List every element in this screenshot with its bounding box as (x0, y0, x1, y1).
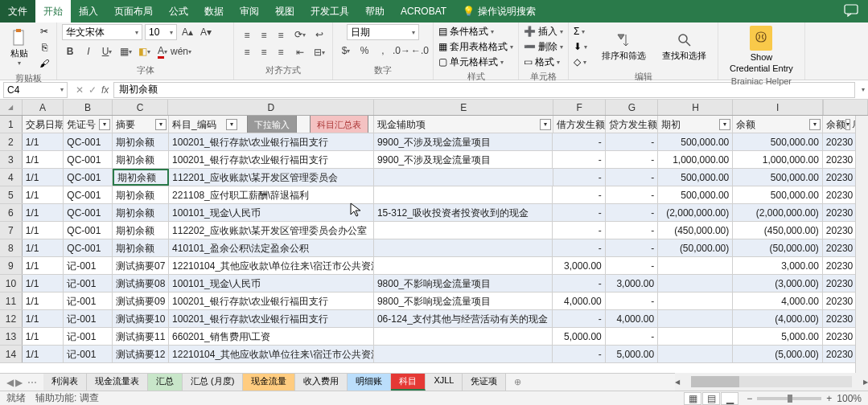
cell[interactable]: 500,000.00 (658, 169, 733, 186)
cell[interactable]: 5,000.00 (733, 328, 823, 345)
cell[interactable]: 4,000.00 (553, 292, 605, 309)
cell[interactable]: 1/1 (23, 239, 64, 256)
cell[interactable]: (2,000,000.00) (733, 204, 823, 221)
cell[interactable]: - (553, 151, 605, 168)
menu-formula[interactable]: 公式 (161, 0, 196, 22)
cell[interactable]: 1/1 (23, 186, 64, 203)
cell[interactable] (658, 257, 733, 274)
menu-data[interactable]: 数据 (196, 0, 232, 22)
cell[interactable]: 112201_应收账款\某开发区管理委员会 (169, 169, 374, 186)
cell[interactable] (374, 222, 553, 239)
underline-button[interactable]: U▾ (99, 43, 115, 59)
clear-button[interactable]: ◇▾ (574, 55, 587, 69)
col-header-F[interactable]: F (553, 100, 606, 115)
menu-view[interactable]: 视图 (267, 0, 302, 22)
cell[interactable]: 3,000.00 (733, 257, 823, 274)
cell[interactable]: 记-001 (64, 275, 113, 292)
cell[interactable]: 500,000.00 (733, 133, 823, 150)
menu-layout[interactable]: 页面布局 (106, 0, 161, 22)
cell[interactable]: 4,000.00 (606, 310, 658, 327)
menu-review[interactable]: 审阅 (232, 0, 267, 22)
row-header-2[interactable]: 2 (0, 133, 23, 150)
cell[interactable]: - (553, 222, 605, 239)
cell[interactable]: 100201_银行存款\农业银行福田支行 (169, 292, 374, 309)
cell[interactable]: 记-001 (64, 310, 113, 327)
cell[interactable]: 112202_应收账款\某开发区管理委员会办公室 (169, 222, 374, 239)
increase-decimal-button[interactable]: .0→ (393, 43, 409, 59)
cell[interactable]: 1/1 (23, 328, 64, 345)
cell[interactable]: (3,000.00) (733, 275, 823, 292)
cell[interactable]: - (553, 204, 605, 221)
cell[interactable] (374, 346, 553, 362)
cell[interactable]: 期初余额 (113, 169, 169, 186)
cell[interactable]: 12210104_其他应收款\单位往来\宿迁市公共资源交易中心 (169, 257, 374, 274)
cell[interactable]: 记-001 (64, 328, 113, 345)
cell[interactable]: 100201_银行存款\农业银行福田支行 (169, 310, 374, 327)
col-header-I[interactable]: I (733, 100, 823, 115)
cell[interactable]: (450,000.00) (733, 222, 823, 239)
cell[interactable]: - (606, 204, 658, 221)
cell[interactable]: (4,000.00) (733, 310, 823, 327)
cell[interactable]: 测试摘要11 (113, 328, 169, 345)
cell[interactable]: 100201_银行存款\农业银行福田支行 (169, 133, 374, 150)
cell[interactable]: (2,000,000.00) (658, 204, 733, 221)
cell[interactable]: 期初余额 (113, 133, 169, 150)
cell[interactable]: 06-124_支付其他与经营活动有关的现金 (374, 310, 553, 327)
cancel-formula-icon[interactable]: ✕ (76, 84, 84, 96)
align-left-button[interactable]: ≡ (239, 44, 255, 60)
row-header-4[interactable]: 4 (0, 169, 23, 186)
align-right-button[interactable]: ≡ (273, 44, 289, 60)
expand-formula-icon[interactable]: ▾ (862, 86, 865, 93)
menu-insert[interactable]: 插入 (71, 0, 106, 22)
cell[interactable]: 1/1 (23, 204, 64, 221)
cut-button[interactable]: ✂ (37, 24, 51, 39)
cell[interactable]: 4,000.00 (733, 292, 823, 309)
cell[interactable] (658, 346, 733, 362)
cell[interactable]: 测试摘要09 (113, 292, 169, 309)
cell[interactable]: 3,000.00 (553, 257, 605, 274)
cell[interactable]: 5,000.00 (606, 346, 658, 362)
orientation-button[interactable]: ⟳▾ (292, 27, 308, 43)
format-cells-button[interactable]: ▭格式▾ (524, 55, 563, 69)
cell[interactable]: 1/1 (23, 257, 64, 274)
row-header-12[interactable]: 12 (0, 310, 23, 327)
cell[interactable] (374, 239, 553, 256)
row-header-6[interactable]: 6 (0, 204, 23, 221)
row-header-5[interactable]: 5 (0, 186, 23, 203)
cell[interactable]: - (606, 133, 658, 150)
cell[interactable]: 测试摘要07 (113, 257, 169, 274)
filter-A[interactable]: 交易日期▾ (23, 116, 64, 133)
filter-C[interactable]: 摘要▾ (113, 116, 169, 133)
cell[interactable]: 1/1 (23, 346, 64, 362)
select-all-corner[interactable]: ◢ (0, 100, 23, 115)
cell[interactable]: - (553, 133, 605, 150)
cell[interactable] (374, 257, 553, 274)
filter-D[interactable]: 科目_编码▾下拉输入科目汇总表 (169, 116, 374, 133)
cell[interactable]: - (606, 328, 658, 345)
indent-decrease-button[interactable]: ⇤ (292, 44, 308, 60)
row-header-7[interactable]: 7 (0, 222, 23, 239)
cell[interactable]: - (553, 346, 605, 362)
cell[interactable]: 1,000,000.00 (658, 151, 733, 168)
percent-button[interactable]: % (356, 43, 372, 59)
cell[interactable]: QC-001 (64, 151, 113, 168)
subject-summary-button[interactable]: 科目汇总表 (310, 116, 368, 133)
cell[interactable]: QC-001 (64, 239, 113, 256)
cell[interactable]: 1/1 (23, 169, 64, 186)
cell[interactable]: 期初余额 (113, 151, 169, 168)
font-size-select[interactable]: 10▾ (145, 24, 177, 40)
row-header-9[interactable]: 9 (0, 257, 23, 274)
align-middle-button[interactable]: ≡ (256, 27, 272, 43)
sort-filter-button[interactable]: 排序和筛选 (595, 31, 652, 63)
cell[interactable] (658, 292, 733, 309)
filter-H[interactable]: 期初▾ (658, 116, 733, 133)
cell[interactable]: 期初余额 (113, 239, 169, 256)
autosum-button[interactable]: Σ▾ (574, 24, 587, 39)
merge-button[interactable]: ⊟▾ (311, 44, 327, 60)
cell[interactable]: 期初余额 (113, 186, 169, 203)
col-header-E[interactable]: E (374, 100, 553, 115)
cell[interactable] (658, 275, 733, 292)
cell[interactable]: 9800_不影响现金流量项目 (374, 275, 553, 292)
accept-formula-icon[interactable]: ✓ (88, 84, 97, 96)
cell[interactable]: (50,000.00) (658, 239, 733, 256)
